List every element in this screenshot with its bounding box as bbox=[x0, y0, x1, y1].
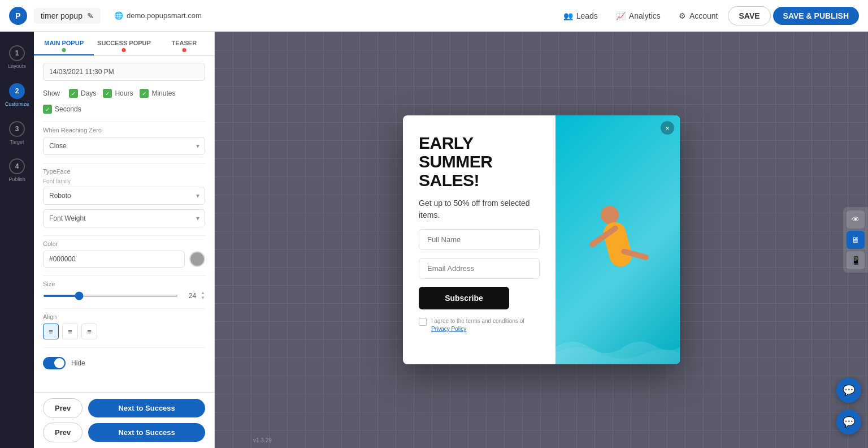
hide-row: Hide bbox=[43, 352, 205, 374]
align-group: Align ≡ ≡ ≡ bbox=[43, 313, 205, 339]
next-to-success-button-1[interactable]: Next to Success bbox=[88, 399, 205, 417]
account-nav-item[interactable]: ⚙ Account bbox=[671, 7, 726, 25]
typeface-group: TypeFace Font family Roboto Arial Open S… bbox=[43, 168, 205, 227]
font-family-select[interactable]: Roboto Arial Open Sans bbox=[43, 187, 205, 205]
size-group: Size 24 ▲ ▼ bbox=[43, 281, 205, 300]
font-family-sublabel: Font family bbox=[43, 178, 205, 184]
popup-close-button[interactable]: × bbox=[661, 121, 674, 135]
panel-content: Show Days Hours Minutes Seconds bbox=[34, 56, 214, 392]
popup-subtitle: Get up to 50% off from selected items. bbox=[419, 197, 540, 221]
size-up-arrow[interactable]: ▲ bbox=[201, 291, 205, 295]
align-center-button[interactable]: ≡ bbox=[62, 324, 78, 339]
minutes-checkbox-group: Minutes bbox=[140, 89, 175, 98]
right-toolbar: 👁 🖥 📱 bbox=[843, 207, 868, 273]
step-4-publish[interactable]: 4 Publish bbox=[2, 154, 32, 187]
step-2-circle: 2 bbox=[9, 83, 25, 99]
top-nav: 👥 Leads 📈 Analytics ⚙ Account SAVE SAVE … bbox=[555, 6, 859, 25]
minutes-label: Minutes bbox=[151, 89, 175, 97]
version-label: v1.3.29 bbox=[253, 437, 272, 443]
tab-teaser[interactable]: TEASER bbox=[154, 32, 214, 55]
step-1-circle: 1 bbox=[9, 45, 25, 61]
main-popup-dot bbox=[62, 48, 66, 52]
leads-icon: 👥 bbox=[563, 11, 573, 20]
desktop-icon[interactable]: 🖥 bbox=[847, 231, 865, 249]
prev-button-1[interactable]: Prev bbox=[43, 398, 83, 418]
popup-image bbox=[555, 115, 680, 364]
email-input[interactable] bbox=[419, 258, 540, 279]
when-reaching-zero-group: When Reaching Zero Close Restart Hide bbox=[43, 127, 205, 155]
app-logo[interactable]: P bbox=[9, 7, 27, 25]
main-layout: 1 Layouts 2 Customize 3 Target 4 Publish… bbox=[0, 32, 868, 448]
privacy-policy-link[interactable]: Privacy Policy bbox=[431, 326, 466, 332]
tab-main-popup[interactable]: MAIN POPUP bbox=[34, 32, 94, 55]
color-input[interactable] bbox=[43, 251, 185, 268]
step-2-customize[interactable]: 2 Customize bbox=[2, 79, 32, 112]
project-name-label: timer popup bbox=[41, 11, 83, 20]
size-slider[interactable] bbox=[43, 295, 178, 297]
step-4-circle: 4 bbox=[9, 158, 25, 174]
color-swatch[interactable] bbox=[189, 251, 205, 267]
step-3-circle: 3 bbox=[9, 121, 25, 137]
step-1-label: Layouts bbox=[8, 63, 26, 70]
step-4-label: Publish bbox=[8, 176, 25, 183]
typeface-label: TypeFace bbox=[43, 168, 205, 175]
seconds-checkbox-group: Seconds bbox=[43, 105, 81, 114]
font-weight-select[interactable]: Font Weight Regular Bold Light bbox=[43, 209, 205, 227]
save-publish-button[interactable]: SAVE & PUBLISH bbox=[773, 7, 859, 25]
analytics-icon: 📈 bbox=[616, 11, 626, 20]
topbar: P timer popup ✎ 🌐 demo.popupsmart.com 👥 … bbox=[0, 0, 868, 32]
step-sidebar: 1 Layouts 2 Customize 3 Target 4 Publish bbox=[0, 32, 34, 448]
step-2-label: Customize bbox=[5, 101, 29, 107]
align-right-button[interactable]: ≡ bbox=[81, 324, 97, 339]
teaser-dot bbox=[182, 48, 186, 52]
chat-button-1[interactable]: 💬 bbox=[836, 378, 861, 403]
size-down-arrow[interactable]: ▼ bbox=[201, 296, 205, 300]
settings-panel: MAIN POPUP SUCCESS POPUP TEASER Show bbox=[34, 32, 215, 448]
preview-icon[interactable]: 👁 bbox=[847, 210, 865, 229]
globe-icon: 🌐 bbox=[114, 11, 123, 20]
tab-success-popup[interactable]: SUCCESS POPUP bbox=[94, 32, 154, 55]
leads-nav-item[interactable]: 👥 Leads bbox=[555, 7, 606, 25]
project-name-field[interactable]: timer popup ✎ bbox=[34, 8, 101, 24]
popup-right-panel bbox=[555, 115, 680, 364]
days-checkbox-group: Days bbox=[69, 89, 96, 98]
prev-button-2[interactable]: Prev bbox=[43, 423, 83, 442]
preview-url: 🌐 demo.popupsmart.com bbox=[107, 8, 209, 23]
hours-label: Hours bbox=[115, 89, 133, 97]
success-popup-dot bbox=[122, 48, 126, 52]
hours-checkbox[interactable] bbox=[103, 89, 112, 98]
popup-preview: × EARLY SUMMER SALES! Get up to 50% off … bbox=[403, 115, 680, 364]
popup-left-panel: EARLY SUMMER SALES! Get up to 50% off fr… bbox=[403, 115, 555, 364]
mobile-icon[interactable]: 📱 bbox=[847, 251, 865, 269]
panel-footer: Prev Next to Success Prev Next to Succes… bbox=[34, 392, 214, 448]
days-label: Days bbox=[81, 89, 96, 97]
analytics-nav-item[interactable]: 📈 Analytics bbox=[608, 7, 669, 25]
align-label: Align bbox=[43, 313, 205, 320]
consent-row: I agree to the terms and conditions of P… bbox=[419, 317, 540, 333]
days-checkbox[interactable] bbox=[69, 89, 78, 98]
show-row: Show Days Hours Minutes Seconds bbox=[43, 89, 205, 114]
consent-checkbox[interactable] bbox=[419, 318, 427, 326]
hours-checkbox-group: Hours bbox=[103, 89, 133, 98]
hide-toggle[interactable] bbox=[43, 357, 66, 369]
align-left-button[interactable]: ≡ bbox=[43, 324, 59, 339]
datetime-group bbox=[43, 63, 205, 81]
step-1-layouts[interactable]: 1 Layouts bbox=[2, 41, 32, 74]
minutes-checkbox[interactable] bbox=[140, 89, 149, 98]
toggle-knob bbox=[54, 358, 64, 368]
footer-row-1: Prev Next to Success bbox=[43, 398, 205, 418]
swimmer-graphic bbox=[573, 192, 662, 297]
save-button[interactable]: SAVE bbox=[728, 6, 770, 25]
chat-button-2[interactable]: 💬 bbox=[836, 410, 861, 434]
seconds-checkbox[interactable] bbox=[43, 105, 52, 114]
color-group: Color bbox=[43, 240, 205, 268]
step-3-target[interactable]: 3 Target bbox=[2, 117, 32, 150]
next-to-success-button-2[interactable]: Next to Success bbox=[88, 423, 205, 442]
full-name-input[interactable] bbox=[419, 229, 540, 250]
datetime-input[interactable] bbox=[43, 63, 205, 81]
hide-label: Hide bbox=[71, 359, 85, 367]
color-label: Color bbox=[43, 240, 205, 247]
subscribe-button[interactable]: Subscribe bbox=[419, 287, 509, 309]
when-reaching-zero-select[interactable]: Close Restart Hide bbox=[43, 137, 205, 155]
consent-text: I agree to the terms and conditions of P… bbox=[431, 317, 540, 333]
